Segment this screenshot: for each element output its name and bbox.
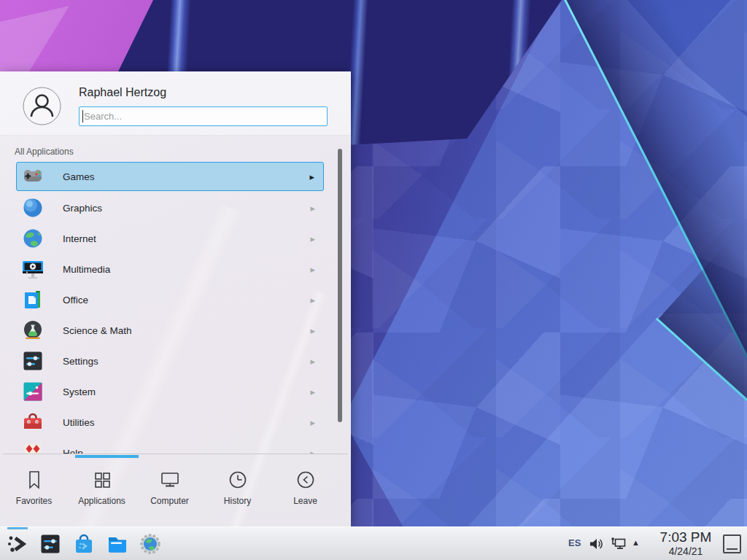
submenu-arrow-icon: ▸ — [310, 203, 315, 214]
taskbar-panel: ES ▲ 7:03 PM 4/24/21 — [0, 526, 747, 560]
science-flask-icon — [21, 319, 44, 342]
tab-label: Applications — [78, 496, 125, 506]
dolphin-folder-icon[interactable] — [106, 532, 129, 556]
menu-item-office[interactable]: Office ▸ — [16, 284, 324, 315]
section-label: All Applications — [15, 147, 74, 157]
menu-item-label: Help — [63, 448, 83, 454]
utilities-toolbox-icon — [21, 411, 44, 434]
app-grid-icon — [91, 469, 113, 491]
show-desktop-button[interactable] — [723, 534, 741, 553]
launcher-tab-bar: Favorites Applications — [0, 458, 351, 526]
user-avatar[interactable] — [23, 87, 61, 128]
konqueror-globe-icon[interactable] — [139, 532, 162, 556]
menu-item-label: Settings — [63, 356, 98, 367]
menu-item-graphics[interactable]: Graphics ▸ — [16, 192, 324, 223]
submenu-arrow-icon: ▸ — [310, 325, 315, 336]
submenu-arrow-icon: ▸ — [310, 233, 315, 244]
menu-item-games[interactable]: Games ▸ — [16, 162, 324, 191]
menu-item-utilities[interactable]: Utilities ▸ — [16, 407, 324, 438]
menu-item-science-math[interactable]: Science & Math ▸ — [16, 315, 324, 346]
tab-history[interactable]: History — [204, 458, 271, 526]
bookmark-icon — [23, 469, 45, 491]
search-input[interactable] — [79, 106, 328, 126]
menu-item-internet[interactable]: Internet ▸ — [16, 223, 324, 254]
category-list: Games ▸ Graphics ▸ — [0, 162, 351, 454]
menu-item-label: Graphics — [63, 203, 102, 214]
expand-tray-caret-icon[interactable]: ▲ — [632, 538, 640, 547]
submenu-arrow-icon: ▸ — [310, 417, 315, 428]
menu-item-label: Office — [63, 295, 88, 306]
clock-date: 4/24/21 — [646, 545, 725, 557]
menu-item-help[interactable]: Help ▸ — [16, 438, 324, 454]
menu-item-label: Utilities — [63, 417, 95, 428]
submenu-arrow-icon: ▸ — [310, 356, 315, 367]
settings-sliders-icon — [21, 349, 44, 373]
graphics-ball-icon — [21, 196, 44, 219]
tab-favorites[interactable]: Favorites — [0, 458, 68, 526]
menu-item-label: System — [63, 386, 96, 397]
kde-launcher-icon[interactable] — [6, 532, 29, 556]
digital-clock[interactable]: 7:03 PM 4/24/21 — [646, 529, 725, 557]
system-tweaks-icon — [21, 380, 44, 403]
launcher-header: Raphael Hertzog — [0, 71, 351, 136]
computer-monitor-icon — [159, 469, 181, 491]
menu-item-settings[interactable]: Settings ▸ — [16, 346, 324, 376]
menu-item-label: Internet — [63, 233, 96, 244]
tab-label: History — [224, 496, 251, 506]
scrollbar[interactable] — [338, 149, 342, 422]
multimedia-monitor-icon — [21, 257, 44, 281]
menu-item-label: Games — [63, 171, 95, 182]
leave-icon — [295, 469, 317, 491]
tab-leave[interactable]: Leave — [271, 458, 339, 526]
gamepad-icon — [21, 165, 44, 188]
tab-label: Favorites — [16, 496, 52, 506]
menu-item-multimedia[interactable]: Multimedia ▸ — [16, 254, 324, 284]
user-name: Raphael Hertzog — [79, 86, 166, 99]
network-icon[interactable] — [610, 535, 627, 553]
office-document-icon — [21, 288, 44, 311]
tab-computer[interactable]: Computer — [136, 458, 204, 526]
application-launcher-popup: Raphael Hertzog All Applications — [0, 71, 351, 526]
tab-label: Leave — [293, 496, 317, 506]
tab-label: Computer — [150, 496, 189, 506]
discover-icon[interactable] — [72, 532, 96, 556]
menu-item-label: Multimedia — [63, 264, 110, 275]
submenu-arrow-icon: ▸ — [309, 171, 314, 182]
tab-applications[interactable]: Applications — [68, 458, 136, 526]
submenu-arrow-icon: ▸ — [310, 386, 315, 397]
active-task-indicator — [7, 527, 28, 529]
search-field-wrap — [79, 106, 328, 126]
desktop: Raphael Hertzog All Applications — [0, 0, 747, 560]
history-clock-icon — [227, 469, 249, 491]
system-settings-icon[interactable] — [39, 532, 62, 556]
text-cursor — [82, 110, 83, 122]
help-icon — [21, 441, 44, 454]
submenu-arrow-icon: ▸ — [310, 264, 315, 275]
volume-icon[interactable] — [588, 535, 605, 553]
submenu-arrow-icon: ▸ — [310, 448, 315, 454]
clock-time: 7:03 PM — [646, 529, 725, 545]
menu-item-label: Science & Math — [63, 325, 132, 336]
submenu-arrow-icon: ▸ — [310, 295, 315, 306]
keyboard-layout-indicator[interactable]: ES — [568, 537, 581, 548]
menu-item-system[interactable]: System ▸ — [16, 376, 324, 407]
globe-icon — [21, 227, 44, 250]
separator — [3, 454, 348, 454]
